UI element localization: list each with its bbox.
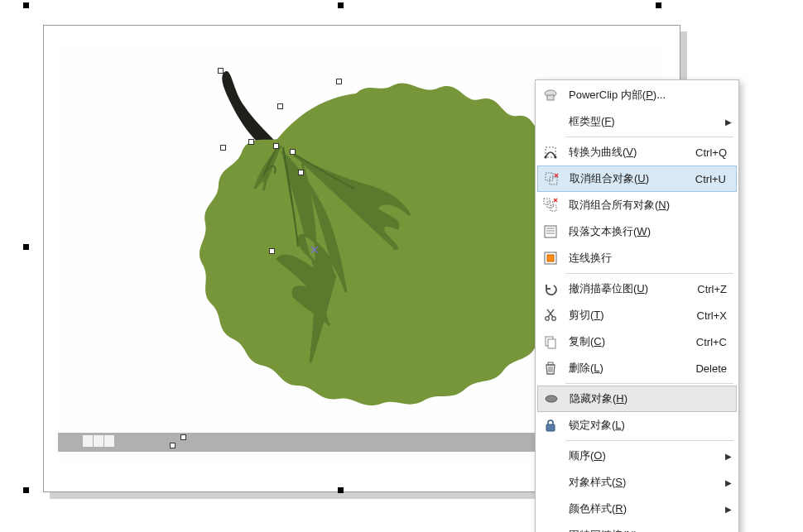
menu-item-11[interactable]: 复制(C)Ctrl+C: [537, 328, 737, 355]
undo-icon: [537, 281, 564, 296]
menu-item-shortcut: Delete: [695, 362, 737, 375]
selection-center[interactable]: ✕: [310, 246, 318, 254]
menu-separator: [565, 383, 733, 384]
tocurve-icon: [537, 145, 564, 160]
menu-item-3[interactable]: 转换为曲线(V)Ctrl+Q: [537, 139, 737, 165]
svg-rect-28: [548, 362, 553, 365]
menu-item-6[interactable]: 段落文本换行(W): [537, 218, 737, 245]
delete-icon: [537, 361, 564, 376]
menu-item-14[interactable]: 隐藏对象(H): [537, 386, 737, 412]
menu-item-7[interactable]: 连线换行: [537, 245, 737, 271]
menu-item-label: 剪切(T): [564, 308, 697, 323]
menu-item-shortcut: Ctrl+Q: [695, 146, 737, 159]
menu-item-label: 锁定对象(L): [564, 418, 737, 433]
menu-item-20[interactable]: 因特网链接(N)▶: [537, 522, 737, 532]
svg-line-22: [547, 309, 553, 317]
object-handle[interactable]: [273, 143, 279, 149]
svg-point-29: [546, 395, 557, 402]
object-handle[interactable]: [218, 68, 224, 74]
selection-handle[interactable]: [656, 2, 661, 8]
object-handle[interactable]: [220, 145, 226, 151]
object-handle[interactable]: [277, 103, 283, 109]
submenu-arrow-icon: ▶: [725, 452, 737, 461]
selection-handle[interactable]: [338, 487, 344, 493]
object-handle[interactable]: [269, 248, 275, 254]
cut-icon: [537, 308, 564, 323]
menu-item-shortcut: Ctrl+C: [696, 336, 737, 348]
menu-item-10[interactable]: 剪切(T)Ctrl+X: [537, 302, 737, 328]
ungroupall-icon: [537, 198, 564, 213]
menu-item-18[interactable]: 对象样式(S)▶: [537, 469, 737, 496]
selection-handle[interactable]: [23, 2, 29, 8]
submenu-arrow-icon: ▶: [725, 478, 737, 487]
submenu-arrow-icon: ▶: [725, 505, 737, 514]
menu-item-label: 对象样式(S): [564, 475, 725, 490]
object-handle[interactable]: [248, 139, 254, 145]
svg-point-20: [552, 317, 556, 321]
menu-item-5[interactable]: 取消组合所有对象(N): [537, 192, 737, 218]
menu-item-19[interactable]: 颜色样式(R)▶: [537, 496, 737, 522]
menu-item-label: 因特网链接(N): [564, 528, 725, 532]
svg-point-19: [546, 317, 550, 321]
menu-item-15[interactable]: 锁定对象(L): [537, 412, 737, 439]
menu-item-9[interactable]: 撤消描摹位图(U)Ctrl+Z: [537, 276, 737, 302]
menu-item-label: 段落文本换行(W): [564, 224, 737, 239]
svg-rect-18: [547, 255, 554, 261]
menu-item-label: 转换为曲线(V): [564, 145, 695, 160]
svg-rect-13: [545, 226, 556, 237]
menu-item-4[interactable]: 取消组合对象(U)Ctrl+U: [537, 165, 737, 192]
menu-item-label: 取消组合对象(U): [565, 171, 695, 186]
menu-item-shortcut: Ctrl+U: [695, 173, 736, 185]
menu-item-label: 取消组合所有对象(N): [564, 198, 737, 213]
context-menu[interactable]: PowerClip 内部(P)...框类型(F)▶转换为曲线(V)Ctrl+Q取…: [535, 79, 739, 532]
paragraph-icon: [537, 224, 564, 239]
object-handle[interactable]: [298, 170, 304, 175]
svg-rect-1: [547, 95, 554, 100]
menu-item-shortcut: Ctrl+Z: [697, 283, 737, 295]
menu-item-shortcut: Ctrl+X: [697, 309, 737, 322]
object-handle[interactable]: [290, 149, 296, 155]
connector-icon: [537, 251, 564, 266]
hide-icon: [538, 391, 565, 406]
menu-item-label: 框类型(F): [564, 114, 725, 129]
selection-handle[interactable]: [338, 2, 344, 8]
powerclip-icon: [537, 88, 564, 103]
menu-item-label: 连线换行: [564, 251, 737, 266]
menu-item-label: 隐藏对象(H): [565, 391, 736, 406]
menu-item-17[interactable]: 顺序(O)▶: [537, 443, 737, 469]
object-handle[interactable]: [180, 434, 186, 440]
menu-item-label: 删除(L): [564, 361, 695, 376]
ungroup-icon: [538, 171, 565, 186]
menu-item-0[interactable]: PowerClip 内部(P)...: [537, 82, 737, 108]
lock-icon: [537, 418, 564, 433]
svg-point-3: [555, 156, 557, 159]
menu-separator: [565, 137, 733, 137]
menu-item-12[interactable]: 删除(L)Delete: [537, 355, 737, 381]
submenu-arrow-icon: ▶: [725, 117, 737, 127]
svg-rect-24: [548, 339, 555, 348]
selection-handle[interactable]: [23, 487, 29, 493]
menu-item-label: PowerClip 内部(P)...: [564, 88, 737, 103]
svg-point-2: [545, 156, 547, 159]
object-handle[interactable]: [170, 443, 176, 448]
svg-line-21: [548, 309, 554, 317]
menu-item-label: 颜色样式(R): [564, 501, 725, 516]
menu-item-label: 复制(C): [564, 334, 696, 349]
object-handle[interactable]: [336, 79, 342, 84]
menu-item-1[interactable]: 框类型(F)▶: [537, 108, 737, 135]
leaf-image[interactable]: [132, 56, 596, 453]
menu-item-label: 顺序(O): [564, 448, 725, 463]
svg-rect-30: [546, 424, 555, 431]
menu-separator: [565, 440, 733, 441]
menu-item-label: 撤消描摹位图(U): [564, 281, 697, 296]
copy-icon: [537, 334, 564, 349]
menu-separator: [565, 273, 733, 274]
selection-handle[interactable]: [23, 244, 29, 250]
status-bar-icons: [83, 435, 116, 448]
